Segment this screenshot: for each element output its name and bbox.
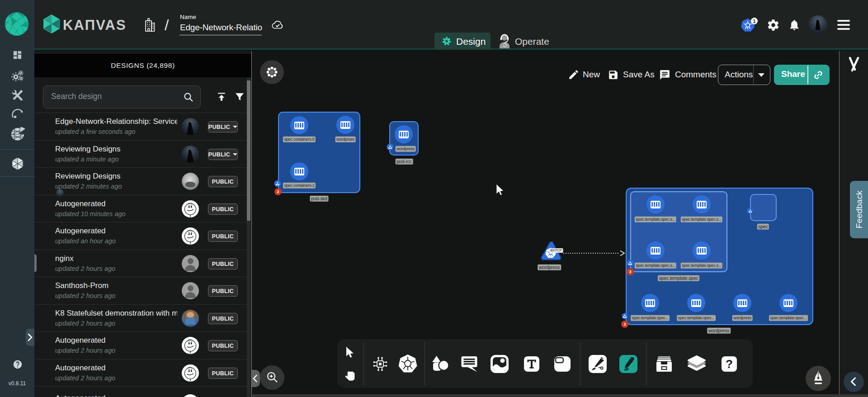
svg-text:?: ? — [726, 357, 733, 371]
svg-text:1: 1 — [753, 19, 755, 24]
